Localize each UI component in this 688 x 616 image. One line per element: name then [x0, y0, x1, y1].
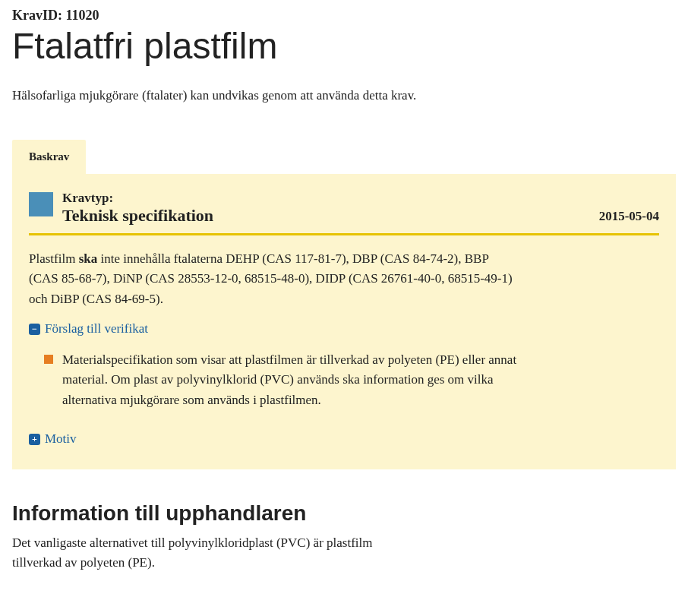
minus-icon: − [29, 324, 40, 335]
krav-id-label: KravID: [12, 8, 62, 23]
body-bold: ska [79, 251, 98, 266]
intro-text: Hälsofarliga mjukgörare (ftalater) kan u… [12, 88, 676, 103]
kravtyp-label: Kravtyp: [62, 191, 590, 206]
bullet-square-icon [44, 355, 53, 364]
info-section-body: Det vanligaste alternativet till polyvin… [12, 533, 422, 573]
info-section-title: Information till upphandlaren [12, 501, 676, 526]
body-post: inte innehålla ftalaterna DEHP (CAS 117-… [29, 251, 513, 306]
toggle-verifikat-label: Förslag till verifikat [45, 321, 148, 336]
plus-icon: + [29, 434, 40, 445]
tab-bar: Baskrav [12, 140, 676, 174]
kravtyp-value: Teknisk specifikation [62, 206, 590, 226]
bullet-text: Materialspecifikation som visar att plas… [62, 350, 518, 410]
header-text-group: Kravtyp: Teknisk specifikation [62, 191, 590, 226]
verifikat-content: Materialspecifikation som visar att plas… [29, 350, 659, 410]
body-pre: Plastfilm [29, 251, 79, 266]
tab-baskrav[interactable]: Baskrav [12, 140, 86, 174]
krav-id: KravID: 11020 [12, 8, 676, 24]
requirement-body: Plastfilm ska inte innehålla ftalaterna … [29, 249, 515, 309]
toggle-motiv-label: Motiv [45, 431, 77, 447]
krav-id-value: 11020 [66, 8, 99, 23]
panel-header: Kravtyp: Teknisk specifikation 2015-05-0… [29, 191, 659, 235]
requirement-panel: Kravtyp: Teknisk specifikation 2015-05-0… [12, 174, 676, 469]
page-title: Ftalatfri plastfilm [12, 25, 676, 67]
requirement-date: 2015-05-04 [599, 209, 659, 226]
toggle-motiv[interactable]: + Motiv [29, 431, 659, 447]
category-square-icon [29, 192, 53, 216]
toggle-verifikat[interactable]: − Förslag till verifikat [29, 321, 659, 336]
